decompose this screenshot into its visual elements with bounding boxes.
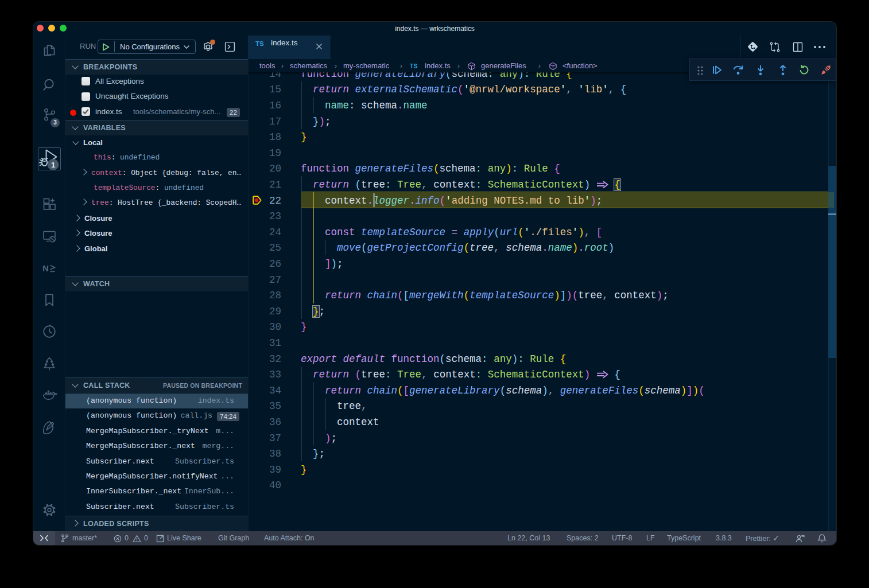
svg-text:1: 1 xyxy=(51,161,55,169)
svg-text:N: N xyxy=(42,263,49,273)
